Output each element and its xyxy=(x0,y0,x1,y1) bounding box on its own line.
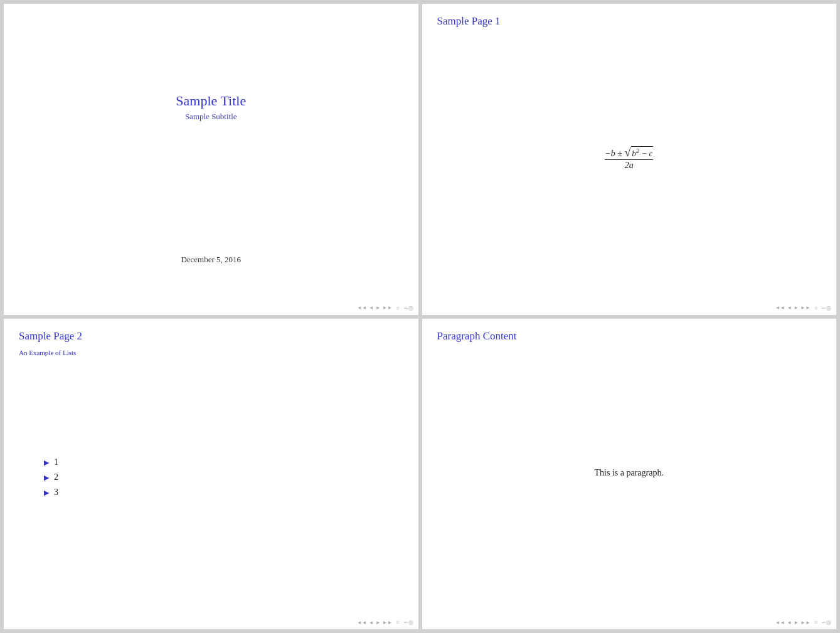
list-label-3: 3 xyxy=(54,487,58,497)
nav-prev-4[interactable]: ◄ xyxy=(787,620,792,625)
sqrt-sign: √ xyxy=(624,147,630,158)
slide-title: Sample Title Sample Subtitle December 5,… xyxy=(4,4,418,315)
page2-title: Sample Page 2 xyxy=(19,330,403,343)
nav-prev-2[interactable]: ◄ xyxy=(787,305,792,311)
nav-back-2[interactable]: ◄◄ xyxy=(775,305,785,311)
nav-bar-1: ◄◄ ◄ ► ►► ≡ ∽◎ xyxy=(9,305,413,311)
nav-div-1: ≡ xyxy=(396,305,399,311)
nav-sym-4: ∽◎ xyxy=(821,619,831,625)
nav-next-3[interactable]: ► xyxy=(376,620,381,625)
page2-subtitle: An Example of Lists xyxy=(19,349,403,356)
list-item-3: ▶ 3 xyxy=(44,487,403,497)
bullet-2: ▶ xyxy=(44,474,49,482)
nav-sym-3: ∽◎ xyxy=(403,619,413,625)
fraction: −b ± √b2 − c 2a xyxy=(605,146,653,171)
list-area: ▶ 1 ▶ 2 ▶ 3 xyxy=(19,369,403,617)
nav-next-1[interactable]: ► xyxy=(376,305,381,311)
nav-prev-1[interactable]: ◄ xyxy=(369,305,374,311)
nav-prev-3[interactable]: ◄ xyxy=(369,620,374,625)
nav-fwd-4[interactable]: ►► xyxy=(800,620,811,625)
nav-fwd-3[interactable]: ►► xyxy=(383,620,393,625)
nav-sym-1: ∽◎ xyxy=(403,305,413,311)
denominator: 2a xyxy=(625,160,634,171)
nav-back-3[interactable]: ◄◄ xyxy=(357,620,367,625)
paragraph-text: This is a paragraph. xyxy=(595,468,664,478)
list-item-2: ▶ 2 xyxy=(44,472,403,482)
nav-div-4: ≡ xyxy=(814,619,817,625)
slide-page1: Sample Page 1 −b ± √b2 − c 2a ◄◄ ◄ ► ►► … xyxy=(422,4,837,315)
slide-paragraph: Paragraph Content This is a paragraph. ◄… xyxy=(422,319,837,630)
slide-page2: Sample Page 2 An Example of Lists ▶ 1 ▶ … xyxy=(4,319,418,630)
bullet-1: ▶ xyxy=(44,459,49,467)
paragraph-title: Paragraph Content xyxy=(437,330,822,343)
sqrt-wrapper: √b2 − c xyxy=(624,146,653,159)
presentation-subtitle: Sample Subtitle xyxy=(185,112,237,122)
quadratic-formula: −b ± √b2 − c 2a xyxy=(605,146,653,171)
bullet-3: ▶ xyxy=(44,489,49,497)
nav-fwd-1[interactable]: ►► xyxy=(383,305,393,311)
nav-bar-2: ◄◄ ◄ ► ►► ≡ ∽◎ xyxy=(427,305,832,311)
sqrt-content: b2 − c xyxy=(631,146,653,159)
nav-sym-2: ∽◎ xyxy=(821,305,831,311)
math-area: −b ± √b2 − c 2a xyxy=(437,34,822,302)
nav-back-4[interactable]: ◄◄ xyxy=(775,620,785,625)
list-label-1: 1 xyxy=(54,457,58,467)
numerator: −b ± √b2 − c xyxy=(605,146,653,160)
paragraph-area: This is a paragraph. xyxy=(437,349,822,617)
presentation-title: Sample Title xyxy=(176,93,246,109)
list-item-1: ▶ 1 xyxy=(44,457,403,467)
nav-bar-4: ◄◄ ◄ ► ►► ≡ ∽◎ xyxy=(427,619,832,625)
nav-fwd-2[interactable]: ►► xyxy=(800,305,811,311)
nav-div-3: ≡ xyxy=(396,619,399,625)
presentation-date: December 5, 2016 xyxy=(181,255,241,265)
list-label-2: 2 xyxy=(54,472,58,482)
nav-div-2: ≡ xyxy=(814,305,817,311)
nav-next-4[interactable]: ► xyxy=(794,620,799,625)
nav-back-1[interactable]: ◄◄ xyxy=(357,305,367,311)
nav-next-2[interactable]: ► xyxy=(794,305,799,311)
nav-bar-3: ◄◄ ◄ ► ►► ≡ ∽◎ xyxy=(9,619,413,625)
page1-title: Sample Page 1 xyxy=(437,15,822,28)
